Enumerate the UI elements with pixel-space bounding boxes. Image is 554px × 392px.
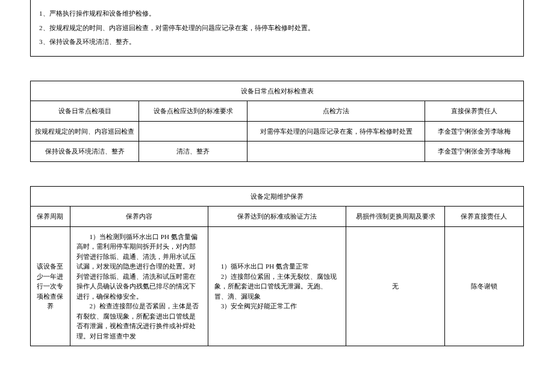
table1-r2c2: 清洁、整齐 bbox=[139, 142, 247, 162]
table2-r1c5: 陈冬谢锁 bbox=[444, 226, 523, 346]
table1-header-3: 点检方法 bbox=[247, 101, 425, 122]
table2-r1c4: 无 bbox=[346, 226, 445, 346]
maintenance-table: 设备定期维护保养 保养周期 保养内容 保养达到的标准或验证方法 易损件强制更换周… bbox=[30, 186, 524, 347]
table1-r1c2 bbox=[139, 121, 247, 142]
table1-header-1: 设备日常点检项目 bbox=[31, 101, 139, 122]
table1-wrapper: 设备日常点检对标检查表 设备日常点检项目 设备点检应达到的标准要求 点检方法 直… bbox=[30, 81, 524, 162]
table2-header-4: 易损件强制更换周期及要求 bbox=[346, 207, 445, 227]
instruction-line-1: 1、严格执行操作规程和设备维护检修。 bbox=[39, 8, 515, 19]
table2-header-2: 保养内容 bbox=[70, 207, 208, 227]
table1-r2c4: 李金莲宁俐张金芳李咏梅 bbox=[425, 142, 524, 162]
table2-title: 设备定期维护保养 bbox=[31, 186, 524, 207]
table1-header-4: 直接保养责任人 bbox=[425, 101, 524, 122]
table2-wrapper: 设备定期维护保养 保养周期 保养内容 保养达到的标准或验证方法 易损件强制更换周… bbox=[30, 186, 524, 347]
table2-r1c3: 1）循环水出口 PH 氨含量正常 2）连接部位紧固，主体无裂纹、腐蚀现象，所配套… bbox=[208, 226, 346, 346]
table2-header-5: 保养直接责任人 bbox=[444, 207, 523, 227]
table1-r1c3: 对需停车处理的问题应记录在案，待停车检修时处置 bbox=[247, 121, 425, 142]
table1-title: 设备日常点检对标检查表 bbox=[31, 81, 524, 101]
table1-r1c1: 按规程规定的时间、内容巡回检查 bbox=[31, 121, 139, 142]
daily-check-table: 设备日常点检对标检查表 设备日常点检项目 设备点检应达到的标准要求 点检方法 直… bbox=[30, 81, 524, 162]
instructions-box: 1、严格执行操作规程和设备维护检修。 2、按规程规定的时间、内容巡回检查，对需停… bbox=[30, 0, 524, 57]
table1-r2c3 bbox=[247, 142, 425, 162]
table2-r1c1: 该设备至少一年进行一次专项检查保养 bbox=[31, 226, 70, 346]
table1-r2c1: 保持设备及环境清洁、整齐 bbox=[31, 142, 139, 162]
table2-r1c2: 1）当检测到循环水出口 PH 氨含量偏高时，需利用停车期间拆开封头，对内部列管进… bbox=[70, 226, 208, 346]
table2-header-3: 保养达到的标准或验证方法 bbox=[208, 207, 346, 227]
instruction-line-2: 2、按规程规定的时间、内容巡回检查，对需停车处理的问题应记录在案，待停车检修时处… bbox=[39, 23, 515, 34]
table1-r1c4: 李金莲宁俐张金芳李咏梅 bbox=[425, 121, 524, 142]
instruction-line-3: 3、保持设备及环境清洁、整齐。 bbox=[39, 37, 515, 48]
table2-header-1: 保养周期 bbox=[31, 207, 70, 227]
table1-header-2: 设备点检应达到的标准要求 bbox=[139, 101, 247, 122]
